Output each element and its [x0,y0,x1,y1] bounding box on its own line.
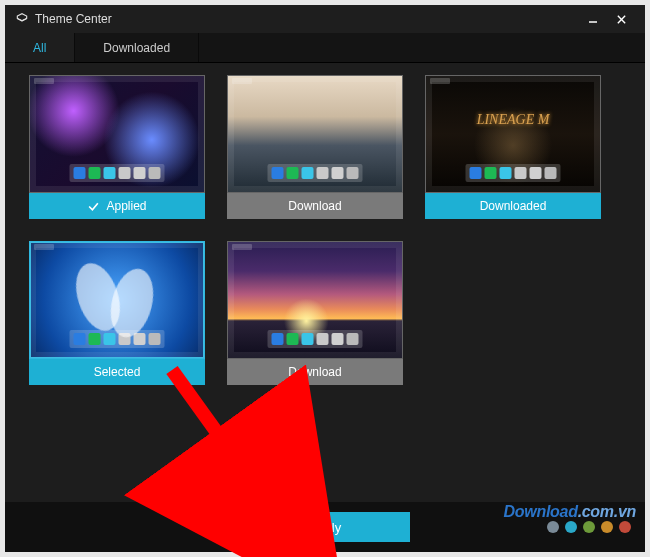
theme-status-label: Selected [29,359,205,385]
theme-status-text: Downloaded [480,199,547,213]
theme-status-text: Applied [106,199,146,213]
theme-thumbnail [29,241,205,359]
close-button[interactable] [607,9,635,29]
theme-thumbnail: LINEAGE M [425,75,601,193]
theme-status-text: Download [288,365,341,379]
theme-card-galaxy[interactable]: Applied [29,75,205,219]
tab-downloaded[interactable]: Downloaded [75,33,199,62]
theme-thumbnail [227,75,403,193]
tab-all[interactable]: All [5,33,75,62]
color-dots [547,521,631,533]
theme-thumbnail [29,75,205,193]
theme-status-label: Download [227,359,403,385]
theme-status-label: Downloaded [425,193,601,219]
color-dot-0 [547,521,559,533]
theme-grid: AppliedDownloadLINEAGE MDownloadedSelect… [29,75,621,385]
theme-status-label: Download [227,193,403,219]
color-dot-3 [601,521,613,533]
theme-card-lineage[interactable]: LINEAGE MDownloaded [425,75,601,219]
theme-card-feather[interactable]: Selected [29,241,205,385]
theme-card-mountain[interactable]: Download [227,75,403,219]
apply-button[interactable]: Apply [240,512,410,542]
check-icon [87,200,100,213]
tabs: All Downloaded [5,33,645,63]
theme-card-sunset[interactable]: Download [227,241,403,385]
color-dot-4 [619,521,631,533]
theme-status-text: Selected [94,365,141,379]
window-title: Theme Center [35,12,112,26]
bottom-bar: Apply [5,502,645,552]
minimize-button[interactable] [579,9,607,29]
theme-status-label: Applied [29,193,205,219]
theme-status-text: Download [288,199,341,213]
theme-center-window: Theme Center All Downloaded AppliedDownl… [5,5,645,552]
color-dot-2 [583,521,595,533]
theme-thumbnail [227,241,403,359]
titlebar: Theme Center [5,5,645,33]
color-dot-1 [565,521,577,533]
theme-icon [15,12,29,26]
theme-grid-container: AppliedDownloadLINEAGE MDownloadedSelect… [5,63,645,502]
